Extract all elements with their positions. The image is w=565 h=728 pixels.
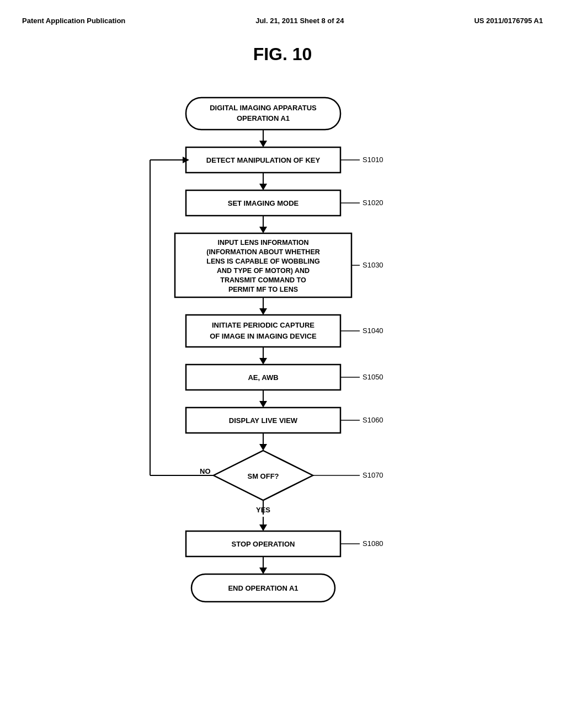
figure-title: FIG. 10 bbox=[22, 44, 543, 65]
header-right: US 2011/0176795 A1 bbox=[474, 17, 543, 25]
label-s1050: S1050 bbox=[363, 373, 383, 381]
node-s1080: STOP OPERATION bbox=[232, 540, 295, 548]
svg-marker-28 bbox=[259, 401, 267, 408]
node-s1040-l1: INITIATE PERIODIC CAPTURE bbox=[212, 321, 315, 329]
figure-label: FIG. bbox=[253, 44, 287, 64]
label-s1040: S1040 bbox=[363, 326, 383, 335]
svg-text:LENS IS CAPABLE OF WOBBLING: LENS IS CAPABLE OF WOBBLING bbox=[206, 258, 319, 265]
node-s1070: SM OFF? bbox=[247, 472, 279, 480]
svg-marker-32 bbox=[259, 444, 267, 451]
label-s1010: S1010 bbox=[363, 156, 383, 164]
svg-text:AND TYPE OF MOTOR) AND: AND TYPE OF MOTOR) AND bbox=[217, 267, 310, 275]
svg-marker-6 bbox=[259, 184, 267, 190]
svg-marker-10 bbox=[259, 227, 267, 233]
figure-number: 10 bbox=[292, 44, 312, 64]
node-s1010: DETECT MANIPULATION OF KEY bbox=[206, 156, 321, 164]
node-start-line2: OPERATION A1 bbox=[237, 114, 290, 122]
node-s1030-l1: INPUT LENS INFORMATION bbox=[217, 239, 308, 247]
label-s1080: S1080 bbox=[363, 539, 383, 548]
page-header: Patent Application Publication Jul. 21, … bbox=[22, 11, 543, 28]
header-middle: Jul. 21, 2011 Sheet 8 of 24 bbox=[255, 17, 344, 25]
svg-text:TRANSMIT COMMAND TO: TRANSMIT COMMAND TO bbox=[220, 276, 306, 284]
label-s1030: S1030 bbox=[363, 261, 383, 269]
svg-marker-41 bbox=[259, 524, 267, 531]
svg-text:(INFORMATION ABOUT WHETHER: (INFORMATION ABOUT WHETHER bbox=[206, 248, 320, 256]
node-s1050: AE, AWB bbox=[248, 373, 278, 382]
node-start-line1: DIGITAL IMAGING APPARATUS bbox=[210, 104, 317, 112]
node-end: END OPERATION A1 bbox=[228, 584, 298, 592]
page: Patent Application Publication Jul. 21, … bbox=[0, 0, 565, 728]
svg-text:PERMIT MF TO LENS: PERMIT MF TO LENS bbox=[228, 286, 298, 293]
no-label: NO bbox=[200, 467, 211, 475]
flowchart-diagram: DIGITAL IMAGING APPARATUS OPERATION A1 D… bbox=[89, 87, 476, 693]
node-s1060: DISPLAY LIVE VIEW bbox=[229, 416, 298, 425]
svg-rect-0 bbox=[186, 98, 340, 130]
svg-text:OF IMAGE IN IMAGING DEVICE: OF IMAGE IN IMAGING DEVICE bbox=[210, 332, 317, 340]
svg-marker-19 bbox=[259, 308, 267, 315]
header-left: Patent Application Publication bbox=[22, 17, 125, 25]
node-s1020: SET IMAGING MODE bbox=[228, 199, 299, 207]
label-s1020: S1020 bbox=[363, 199, 383, 207]
svg-marker-2 bbox=[259, 141, 267, 147]
svg-marker-45 bbox=[259, 568, 267, 574]
label-s1070: S1070 bbox=[363, 471, 383, 479]
svg-marker-24 bbox=[259, 358, 267, 365]
label-s1060: S1060 bbox=[363, 416, 383, 424]
svg-rect-20 bbox=[186, 315, 340, 347]
